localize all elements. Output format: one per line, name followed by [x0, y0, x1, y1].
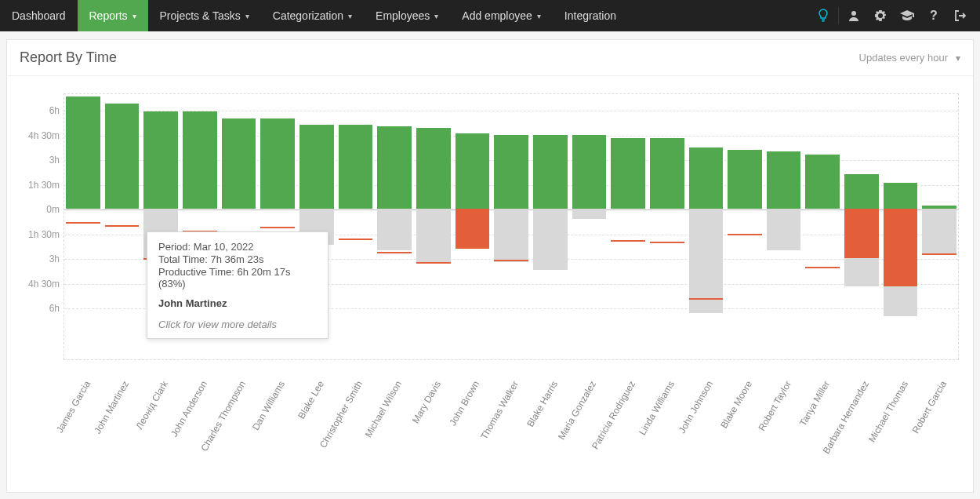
bar-column[interactable] — [767, 93, 801, 360]
chart-tooltip[interactable]: Period: Mar 10, 2022 Total Time: 7h 36m … — [147, 231, 328, 339]
unproductive-marker — [66, 222, 100, 224]
productive-bar — [884, 183, 918, 209]
panel-header: Report By Time Updates every hour ▾ — [7, 40, 973, 76]
unproductive-marker — [377, 252, 412, 253]
bar-column[interactable] — [572, 93, 607, 360]
report-panel: Report By Time Updates every hour ▾ 0m1h… — [6, 39, 974, 493]
chevron-down-icon: ▾ — [537, 12, 541, 20]
unproductive-marker — [416, 262, 451, 264]
gear-icon[interactable] — [867, 9, 894, 22]
nav-item-categorization[interactable]: Categorization▾ — [261, 0, 364, 31]
y-tick: 4h 30m — [17, 130, 60, 141]
productive-bar — [533, 135, 568, 209]
nav-item-reports[interactable]: Reports▾ — [78, 0, 148, 31]
bar-column[interactable] — [377, 93, 412, 360]
x-tick-label: Mary Davis — [410, 379, 443, 425]
chevron-down-icon: ▾ — [956, 53, 960, 64]
graduation-cap-icon[interactable] — [894, 10, 920, 21]
unproductive-bar — [884, 209, 918, 286]
nav-item-projects-tasks[interactable]: Projects & Tasks▾ — [148, 0, 261, 31]
top-nav: DashboardReports▾Projects & Tasks▾Catego… — [0, 0, 980, 31]
unproductive-marker — [922, 253, 956, 255]
y-tick: 0m — [17, 204, 60, 215]
other-bar — [377, 209, 412, 250]
bar-column[interactable] — [339, 93, 373, 360]
bar-column[interactable] — [611, 93, 645, 360]
bar-column[interactable] — [533, 93, 568, 360]
bar-column[interactable] — [105, 93, 140, 360]
bar-column[interactable] — [456, 93, 490, 360]
other-bar — [494, 209, 528, 261]
y-tick: 1h 30m — [17, 180, 60, 191]
bar-column[interactable] — [922, 93, 956, 360]
x-tick-label: James Garcia — [54, 379, 93, 435]
nav-item-integration[interactable]: Integration — [553, 0, 628, 31]
updates-label: Updates every hour — [859, 52, 948, 64]
chevron-down-icon: ▾ — [132, 12, 136, 20]
tooltip-total: Total Time: 7h 36m 23s — [158, 253, 317, 265]
bar-column[interactable] — [416, 93, 451, 360]
productive-bar — [105, 104, 140, 209]
unproductive-bar — [844, 209, 879, 258]
help-icon[interactable]: ? — [920, 9, 947, 23]
bar-column[interactable] — [884, 93, 918, 360]
unproductive-marker — [611, 240, 645, 242]
time-chart[interactable]: 0m1h 30m3h4h 30m6h1h 30m3h4h 30m6h James… — [7, 76, 973, 492]
bar-column[interactable] — [650, 93, 684, 360]
nav-item-add-employee[interactable]: Add employee▾ — [450, 0, 553, 31]
chevron-down-icon: ▾ — [348, 12, 352, 20]
y-tick: 1h 30m — [17, 229, 60, 240]
productive-bar — [339, 125, 373, 209]
bar-column[interactable] — [494, 93, 528, 360]
y-tick: 4h 30m — [17, 279, 60, 290]
productive-bar — [456, 133, 490, 209]
bar-column[interactable] — [805, 93, 840, 360]
productive-bar — [66, 97, 100, 209]
bar-column[interactable] — [728, 93, 762, 360]
other-bar — [416, 209, 451, 263]
productive-bar — [222, 118, 256, 209]
productive-bar — [572, 135, 607, 209]
unproductive-marker — [105, 225, 140, 227]
other-bar — [922, 209, 956, 255]
bar-column[interactable] — [689, 93, 724, 360]
nav-item-employees[interactable]: Employees▾ — [364, 0, 450, 31]
productive-bar — [650, 138, 684, 209]
y-tick: 3h — [17, 155, 60, 166]
nav-item-dashboard[interactable]: Dashboard — [0, 0, 78, 31]
unproductive-marker — [260, 227, 295, 228]
lightbulb-icon[interactable] — [810, 9, 837, 23]
productive-bar — [844, 174, 879, 209]
tooltip-productive: Productive Time: 6h 20m 17s (83%) — [158, 266, 317, 290]
productive-bar — [689, 148, 724, 209]
tooltip-period: Period: Mar 10, 2022 — [158, 241, 317, 253]
y-tick: 3h — [17, 253, 60, 264]
bar-column[interactable] — [66, 93, 100, 360]
productive-bar — [377, 126, 412, 209]
x-tick-label: Blake Lee — [296, 379, 326, 421]
other-bar — [572, 209, 607, 219]
unproductive-marker — [339, 239, 373, 240]
x-tick-label: Tanya Miller — [797, 379, 832, 428]
other-bar — [767, 209, 801, 250]
logout-icon[interactable] — [947, 9, 974, 22]
productive-bar — [767, 151, 801, 209]
y-tick: 6h — [17, 105, 60, 116]
productive-bar — [728, 150, 762, 209]
tooltip-cta: Click for view more details — [158, 319, 317, 330]
productive-bar — [805, 155, 840, 209]
updates-note[interactable]: Updates every hour ▾ — [859, 52, 960, 64]
bar-column[interactable] — [844, 93, 879, 360]
productive-bar — [416, 128, 451, 209]
chevron-down-icon: ▾ — [434, 12, 438, 20]
productive-bar — [299, 125, 334, 209]
x-tick-label: John Brown — [448, 379, 482, 428]
nav-separator — [838, 7, 839, 24]
user-icon[interactable] — [840, 9, 867, 22]
productive-bar — [260, 118, 295, 209]
unproductive-marker — [689, 298, 724, 300]
productive-bar — [183, 111, 217, 209]
other-bar — [533, 209, 568, 270]
page-title: Report By Time — [20, 49, 117, 66]
chart-x-labels: James GarciaJohn MartinezЛеонід ClarkJoh… — [64, 374, 959, 499]
